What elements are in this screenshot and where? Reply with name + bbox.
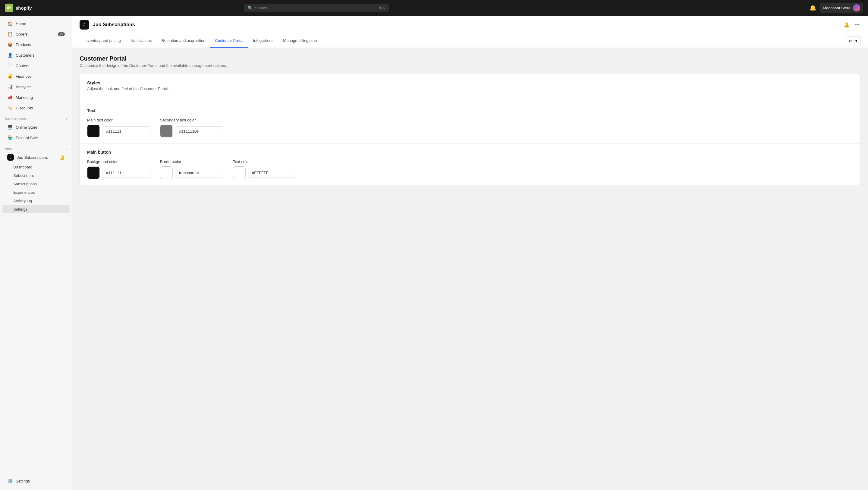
apps-chevron: › [66,147,67,150]
apps-section: Apps › [0,143,72,152]
sidebar-item-products[interactable]: 📦 Products [2,39,70,50]
text-color-input[interactable] [248,168,296,178]
main-text-color-swatch[interactable] [87,125,100,137]
bell-icon[interactable]: 🔔 [809,4,816,11]
bg-color-input[interactable] [102,168,150,178]
dashboard-label: Dashboard [13,165,33,170]
sidebar-item-home[interactable]: 🏠 Home [2,19,70,29]
sidebar-item-customers[interactable]: 👤 Customers [2,50,70,60]
secondary-text-color-swatch[interactable] [160,125,173,137]
sidebar-label-orders: Orders [16,32,28,36]
page-header: Customer Portal Customize the design of … [80,55,861,68]
subscriptions-label: Subscriptions [13,182,37,186]
border-color-swatch[interactable] [160,166,173,179]
styles-section-subtitle: Adjust the look and feel of the Customer… [87,87,853,91]
tab-customer-portal[interactable]: Customer Portal [210,34,248,48]
content-icon: 📄 [7,63,13,68]
sidebar-item-orders[interactable]: 📋 Orders 25 [2,29,70,39]
sidebar-label-point-of-sale: Point of Sale [16,135,38,140]
sidebar-item-subscriptions[interactable]: Subscriptions [2,180,70,188]
tab-billing[interactable]: Manage billing plan [278,34,321,48]
sidebar-label-online-store: Online Store [16,125,37,130]
styles-section-title: Styles [87,80,853,85]
topnav: 🛍 shopify 🔍 ⌘ K 🔔 Moonshot Store [0,0,868,16]
discounts-icon: 🏷️ [7,105,13,111]
sidebar-label-products: Products [16,42,31,47]
tab-notifications[interactable]: Notifications [126,34,157,48]
sidebar-item-subscribers[interactable]: Subscribers [2,172,70,180]
sidebar-item-juo-subscriptions[interactable]: J Juo Subscriptions 🔔 [2,152,70,163]
main-button-subsection-title: Main button [87,150,853,155]
store-button[interactable]: Moonshot Store [820,3,863,13]
sidebar-item-online-store[interactable]: 🖥️ Online Store [2,122,70,132]
header-bell-button[interactable]: 🔔 [842,21,851,29]
tab-inventory[interactable]: Inventory and pricing [80,34,126,48]
app-bell-icon[interactable]: 🔔 [60,155,65,160]
sidebar-item-settings[interactable]: Settings [2,205,70,213]
sidebar-label-marketing: Marketing [16,95,33,100]
secondary-text-color-group: Secondary text color [160,118,223,137]
settings-icon: ⚙️ [7,478,13,484]
search-input[interactable] [255,6,376,10]
sidebar-item-dashboard[interactable]: Dashboard [2,163,70,171]
page-content: Customer Portal Customize the design of … [72,48,868,197]
sidebar-item-experiences[interactable]: Experiences [2,188,70,196]
main-text-color-group: Main text color [87,118,150,137]
tab-retention[interactable]: Retention and acquisition [157,34,210,48]
bg-color-label: Background color [87,159,150,164]
activity-log-label: Activity log [13,198,32,203]
store-avatar [853,4,860,11]
sales-channels-chevron: › [66,117,67,121]
sidebar-label-discounts: Discounts [16,106,33,110]
chevron-down-icon: ▾ [855,38,858,43]
bg-color-input-row [87,166,150,179]
text-color-group: Text color [233,159,296,179]
border-color-input[interactable] [175,168,223,178]
sidebar-label-settings: Settings [16,479,30,483]
sidebar-label-juo: Juo Subscriptions [17,155,48,160]
finances-icon: 💰 [7,73,13,79]
store-name: Moonshot Store [823,6,850,10]
sidebar-item-point-of-sale[interactable]: 🏪 Point of Sale [2,132,70,143]
shopify-logo[interactable]: 🛍 shopify [5,4,32,12]
sidebar-label-analytics: Analytics [16,85,31,89]
topnav-right: 🔔 Moonshot Store [809,3,863,13]
bg-color-swatch[interactable] [87,166,100,179]
home-icon: 🏠 [7,21,13,26]
text-subsection-title: Text [87,108,853,113]
sidebar-item-finances[interactable]: 💰 Finances [2,71,70,81]
sidebar-item-content[interactable]: 📄 Content [2,61,70,71]
sidebar-item-analytics[interactable]: 📊 Analytics [2,82,70,92]
tab-integrations[interactable]: Integrations [248,34,278,48]
search-shortcut: ⌘ K [378,6,385,10]
app-header-icon: J [80,20,89,30]
sidebar-label-home: Home [16,21,26,26]
main-text-color-label: Main text color [87,118,150,122]
search-icon: 🔍 [248,6,253,10]
language-selector[interactable]: en ▾ [846,36,861,45]
lang-value: en [849,38,854,43]
sidebar-item-activity-log[interactable]: Activity log [2,197,70,205]
sidebar-item-discounts[interactable]: 🏷️ Discounts [2,103,70,113]
main-content: J Juo Subscriptions 🔔 ••• Inventory and … [72,16,868,490]
sidebar-item-settings-main[interactable]: ⚙️ Settings [2,476,70,486]
sidebar-nav: 🏠 Home 📋 Orders 25 📦 Products 👤 Customer… [0,16,72,473]
secondary-text-color-label: Secondary text color [160,118,223,122]
subscribers-label: Subscribers [13,173,34,178]
main-text-color-input-row [87,125,150,137]
border-color-group: Border color [160,159,223,179]
secondary-text-color-input-row [160,125,223,137]
secondary-text-color-input[interactable] [175,126,223,136]
sidebar-item-marketing[interactable]: 📣 Marketing [2,92,70,102]
main-text-color-input[interactable] [102,126,150,136]
shopify-wordmark: shopify [16,5,32,10]
header-more-button[interactable]: ••• [853,21,861,29]
point-of-sale-icon: 🏪 [7,135,13,141]
text-color-swatch[interactable] [233,166,246,179]
sidebar-label-finances: Finances [16,74,32,79]
button-color-fields-row: Background color Border color [87,159,853,179]
products-icon: 📦 [7,42,13,47]
search-bar[interactable]: 🔍 ⌘ K [244,4,389,12]
styles-card: Styles Adjust the look and feel of the C… [80,74,861,185]
border-color-input-row [160,166,223,179]
